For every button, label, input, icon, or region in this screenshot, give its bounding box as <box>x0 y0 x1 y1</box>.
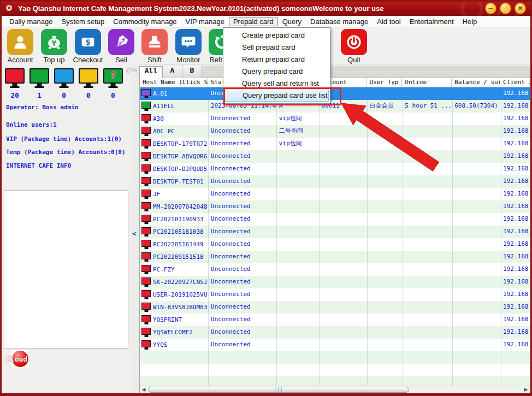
monitor-icon <box>141 202 151 209</box>
monitor-icon <box>141 164 151 172</box>
red-monitor-icon <box>5 68 25 84</box>
scrollbar-thumb[interactable]: ||| <box>148 387 409 393</box>
host-client-ip: 192.168 <box>500 251 530 263</box>
col-client-ip[interactable]: Client I <box>500 78 530 87</box>
table-row[interactable]: PC202209151518 Unconnected 192.168 <box>140 251 530 263</box>
host-area <box>276 163 319 175</box>
host-name: A30 <box>153 113 164 125</box>
horizontal-scrollbar[interactable]: ◀ ||| ▶ <box>140 386 530 393</box>
table-row[interactable]: YYQS Unconnected 192.168 <box>140 339 530 351</box>
host-area <box>276 213 319 226</box>
host-account <box>319 276 367 288</box>
table-row[interactable]: YQSWELCOME2 Unconnected 192.168 <box>140 326 530 339</box>
menu-item-sell-prepaid-card[interactable]: Sell prepaid card <box>223 42 330 54</box>
menu-item-query-prepaid-card[interactable]: Query prepaid card <box>223 66 330 78</box>
menu-item-return-prepaid-card[interactable]: Return prepaid card <box>223 54 330 66</box>
menu-item-create-prepaid-card[interactable]: Create prepaid card <box>223 29 330 42</box>
panel-splitter[interactable]: < <box>131 64 139 393</box>
host-client-ip: 192.168 <box>500 100 530 113</box>
menu-daily-manage[interactable]: Daily manage <box>5 17 57 26</box>
host-area: vip包间 <box>276 138 319 150</box>
yellow-monitor-icon <box>79 68 98 84</box>
menu-help[interactable]: Help <box>458 17 482 26</box>
monitor-icon <box>141 340 151 347</box>
table-row[interactable]: MM-202007042048 Unconnected 192.168 <box>140 200 530 213</box>
host-name: YQSWELCOME2 <box>153 327 193 339</box>
table-row[interactable]: YQSPRINT Unconnected 192.168 <box>140 314 530 326</box>
table-row[interactable]: PC202105181038 Unconnected 192.168 <box>140 226 530 238</box>
host-account <box>319 251 367 263</box>
host-account <box>319 188 367 200</box>
cloud-button[interactable]: Cloud <box>11 350 29 368</box>
menu-query[interactable]: Query <box>278 17 306 26</box>
minimize-button[interactable]: ─ <box>485 3 496 14</box>
host-area <box>276 276 319 288</box>
monitor-icon <box>141 190 151 197</box>
maximize-button[interactable]: ▫ <box>500 3 511 14</box>
menu-prepaid-card[interactable]: Prepaid card <box>229 17 278 26</box>
monitor-icon <box>141 252 151 259</box>
close-button[interactable]: ✕ <box>515 3 526 14</box>
collapse-arrow-icon[interactable]: < <box>132 229 137 238</box>
col-host-name[interactable]: Host Name (Click So <box>140 78 208 87</box>
quit-button[interactable]: Quit <box>338 29 370 64</box>
monitor-icon <box>141 290 151 297</box>
host-online-time <box>402 188 452 200</box>
monitor-button[interactable]: Monitor <box>172 29 205 64</box>
host-status: Unconnected <box>208 263 276 276</box>
host-name: PC-FZY <box>153 264 175 276</box>
tab-a[interactable]: A <box>163 66 182 78</box>
monitor-icon <box>141 139 151 146</box>
shift-button[interactable]: Shift <box>138 29 171 64</box>
table-row[interactable]: PC202101190933 Unconnected 192.168 <box>140 213 530 226</box>
monitor-icon <box>141 102 151 109</box>
host-account <box>319 263 367 276</box>
scroll-right-arrow-icon[interactable]: ▶ <box>522 386 530 393</box>
host-area: vip包间 <box>276 113 319 125</box>
sell-button[interactable]: SALE Sell <box>105 29 138 64</box>
host-status: Unconnected <box>208 138 276 150</box>
host-client-ip: 192.168 <box>500 263 530 276</box>
legend-unknown: ? 0 <box>103 68 123 99</box>
host-user-type <box>367 188 402 200</box>
tab-b[interactable]: B <box>182 66 202 78</box>
host-area <box>276 150 319 163</box>
host-name: A11ELL <box>153 101 175 113</box>
menu-commodity-manage[interactable]: Commodity manage <box>109 17 181 26</box>
scroll-left-arrow-icon[interactable]: ◀ <box>140 386 147 393</box>
table-row[interactable]: PC202205161449 Unconnected 192.168 <box>140 238 530 251</box>
monitor-icon <box>141 265 151 272</box>
host-client-ip: 192.168 <box>500 276 530 288</box>
menu-database-manage[interactable]: Database manage <box>306 17 373 26</box>
table-row[interactable]: PC-FZY Unconnected 192.168 <box>140 263 530 276</box>
col-online[interactable]: Online <box>402 78 452 87</box>
host-user-type <box>367 301 402 314</box>
top-up-button[interactable]: ¥ Top up <box>38 29 70 64</box>
checkout-button[interactable]: $ Checkout <box>72 29 104 64</box>
host-user-type <box>367 251 402 263</box>
table-header: Host Name (Click So Stat Account User Ty… <box>140 78 530 87</box>
host-area <box>276 175 319 188</box>
col-balance[interactable]: Balance / surpl <box>452 78 500 87</box>
host-status: Unconnected <box>208 276 276 288</box>
menu-system-setup[interactable]: System setup <box>57 17 109 26</box>
annotation-highlight-box <box>223 87 341 105</box>
info-panel <box>4 190 128 348</box>
col-user-type[interactable]: User Typ <box>367 78 402 87</box>
account-button[interactable]: Account <box>4 29 37 64</box>
table-row[interactable]: USER-20191025VU Unconnected 192.168 <box>140 288 530 301</box>
menu-vip-manage[interactable]: VIP manage <box>181 17 229 26</box>
host-status: Unconnected <box>208 238 276 251</box>
table-row[interactable]: WIN-B3VS8J8DM83 Unconnected 192.168 <box>140 301 530 314</box>
menu-aid-tool[interactable]: Aid tool <box>373 17 405 26</box>
host-balance <box>452 339 500 351</box>
table-row[interactable]: SK-20220927CNSJ Unconnected 192.168 <box>140 276 530 288</box>
host-name: YYQS <box>153 339 168 351</box>
menu-entertainment[interactable]: Entertainment <box>405 17 458 26</box>
host-balance: 608.50(7304) <box>452 100 500 113</box>
table-row[interactable]: JF Unconnected 192.168 <box>140 188 530 200</box>
tab-all[interactable]: All <box>140 66 163 78</box>
titlebar-ornament <box>460 2 483 16</box>
monitor-icon <box>141 215 151 222</box>
host-name: A-01 <box>153 88 168 100</box>
